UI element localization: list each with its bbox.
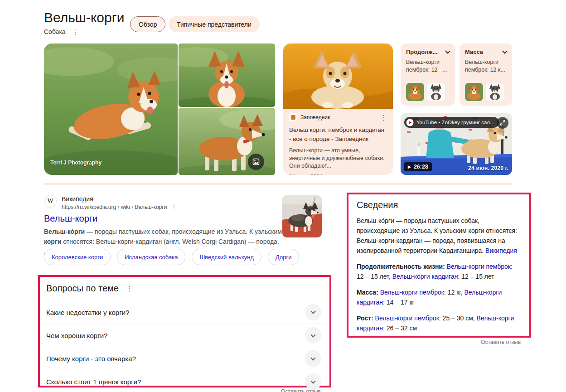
- fact-row-height: Рост: Вельш-корги пемброк: 25 – 30 см, В…: [357, 313, 521, 333]
- corgi-sitting-illustration: [179, 44, 275, 107]
- question-row[interactable]: Чем хороши корги?: [40, 324, 329, 347]
- fact-thumb-cardigan[interactable]: [427, 83, 445, 101]
- questions-feedback-link[interactable]: Оставить отзыв: [281, 388, 321, 392]
- video-duration-value: 26:28: [414, 164, 428, 170]
- info-feedback-link[interactable]: Оставить отзыв: [481, 339, 521, 345]
- question-text: Какие недостатки у корги?: [46, 308, 129, 316]
- corgi-pembroke-thumb-illustration: [465, 83, 483, 101]
- section-separator: [44, 184, 513, 184]
- main-image[interactable]: Terri J Photography: [44, 44, 178, 175]
- wiki-url: https://ru.wikipedia.org › wiki › Вельш-…: [62, 204, 177, 210]
- wiki-result-title[interactable]: Вельш-корги: [44, 213, 97, 224]
- source-title[interactable]: Вельш корги: пемброк и кардиган - все о …: [289, 126, 387, 144]
- wiki-url-text[interactable]: https://ru.wikipedia.org › wiki › Вельш-…: [62, 204, 167, 210]
- video-duration: ▶ 26:28: [404, 162, 432, 171]
- play-icon: ▶: [408, 165, 411, 169]
- fact-card-title: Продолж...: [406, 48, 437, 55]
- questions-section: Вопросы по теме ⋮ Какие недостатки у кор…: [38, 275, 331, 387]
- expand-question-button[interactable]: [305, 304, 321, 320]
- source-snippet: Вельш-корги — это умные, энергичные и др…: [289, 147, 387, 170]
- youtube-icon: [406, 119, 414, 126]
- photo-count-badge[interactable]: [248, 154, 264, 170]
- expand-question-button[interactable]: [305, 327, 321, 344]
- question-row[interactable]: Почему корги - это овчарка?: [40, 347, 329, 370]
- fact-card-title: Масса: [465, 48, 483, 55]
- fact-card-body: Вельш-корги пемброк: 12 к...: [465, 58, 507, 74]
- expand-video-button[interactable]: [497, 117, 508, 129]
- wiki-thumbnail[interactable]: [282, 195, 322, 237]
- chevron-down-icon: [310, 355, 315, 360]
- expand-icon: [500, 120, 505, 126]
- collage-image-bottom[interactable]: [179, 108, 275, 175]
- cardigan-corgi-show-illustration: [282, 195, 322, 237]
- fact-thumb-pembroke[interactable]: [465, 83, 483, 101]
- fact-card-lifespan[interactable]: Продолж... Вельш-корги пемброк: 12 –...: [401, 44, 455, 106]
- chip-shvedskiy-valhund[interactable]: Шведский вальхунд: [192, 249, 261, 265]
- info-description: Вельш-ко́рги — породы пастушьих собак, п…: [357, 216, 521, 256]
- google-search-results-page: Вельш-корги Собака ⋮ Обзор Типичные пред…: [0, 0, 566, 392]
- fact-row-mass: Масса: Вельш-корги пемброк: 12 кг, Вельш…: [357, 287, 521, 307]
- chip-dorgi[interactable]: Дорги: [268, 249, 299, 265]
- more-options-icon[interactable]: ⋮: [72, 29, 79, 35]
- source-site-name: Заповедник: [300, 114, 377, 121]
- question-text: Чем хороши корги?: [46, 332, 107, 339]
- youtube-badge-label: YouTube • ZoOkey груминг сал...: [416, 120, 494, 125]
- questions-more-icon[interactable]: ⋮: [126, 285, 133, 292]
- tab-representatives-label: Типичные представители: [177, 21, 252, 28]
- chevron-down-icon: [310, 378, 315, 383]
- youtube-badge: YouTube • ZoOkey груминг сал...: [404, 117, 499, 128]
- tab-overview[interactable]: Обзор: [130, 16, 165, 32]
- tab-overview-label: Обзор: [139, 21, 157, 28]
- chip-islandskaya-sobaka[interactable]: Исландская собака: [117, 249, 185, 265]
- chevron-down-icon: [310, 332, 315, 337]
- image-icon: [252, 158, 260, 165]
- fact-thumb-cardigan[interactable]: [486, 83, 504, 101]
- corgi-cardigan-thumb-illustration: [427, 83, 445, 101]
- question-text: Почему корги - это овчарка?: [46, 355, 136, 363]
- info-panel-title: Сведения: [357, 200, 521, 210]
- tab-representatives[interactable]: Типичные представители: [169, 16, 260, 32]
- page-title: Вельш-корги: [44, 10, 124, 25]
- chip-korolevskie-korgi[interactable]: Королевские корги: [44, 249, 111, 265]
- wiki-site-name[interactable]: Википедия: [62, 195, 93, 203]
- corgi-cardigan-thumb-illustration: [486, 83, 504, 101]
- source-card[interactable]: Заповедник ⋮ Вельш корги: пемброк и кард…: [283, 44, 393, 175]
- chevron-down-icon: [445, 48, 450, 53]
- source-more-icon[interactable]: ⋮: [380, 114, 387, 121]
- image-credit: Terri J Photography: [50, 160, 102, 166]
- corgi-pembroke-thumb-illustration: [406, 83, 424, 101]
- entity-subtitle: Собака: [44, 28, 66, 35]
- corgi-running-illustration: [44, 44, 178, 175]
- fact-thumb-pembroke[interactable]: [406, 83, 424, 101]
- source-favicon-icon: [289, 113, 297, 121]
- chevron-down-icon: [502, 48, 507, 53]
- fact-card-mass[interactable]: Масса Вельш-корги пемброк: 12 к...: [460, 44, 512, 106]
- wikipedia-favicon: W: [44, 195, 57, 208]
- question-row[interactable]: Какие недостатки у корги?: [40, 300, 329, 324]
- chevron-down-icon: [310, 309, 315, 314]
- fact-card-body: Вельш-корги пемброк: 12 –...: [406, 58, 450, 74]
- result-more-icon[interactable]: ⋮: [171, 204, 177, 210]
- question-text: Сколько стоит 1 щенок корги?: [46, 378, 141, 386]
- source-date: 24 сент. 2024 г.: [289, 174, 387, 175]
- fact-row-lifespan: Продолжительность жизни: Вельш-корги пем…: [357, 261, 521, 281]
- collage-image-top[interactable]: [179, 44, 275, 107]
- questions-title: Вопросы по теме: [46, 283, 119, 294]
- related-chips: Королевские корги Исландская собака Швед…: [44, 249, 299, 265]
- corgi-puppy-illustration: [283, 44, 393, 109]
- expand-question-button[interactable]: [305, 373, 321, 390]
- info-panel: Сведения Вельш-ко́рги — породы пастушьих…: [347, 193, 531, 338]
- video-date: 24 июн. 2020 г.: [468, 165, 508, 171]
- expand-question-button[interactable]: [305, 350, 321, 367]
- video-card[interactable]: YouTube • ZoOkey груминг сал... ▶ 26:28 …: [401, 113, 512, 175]
